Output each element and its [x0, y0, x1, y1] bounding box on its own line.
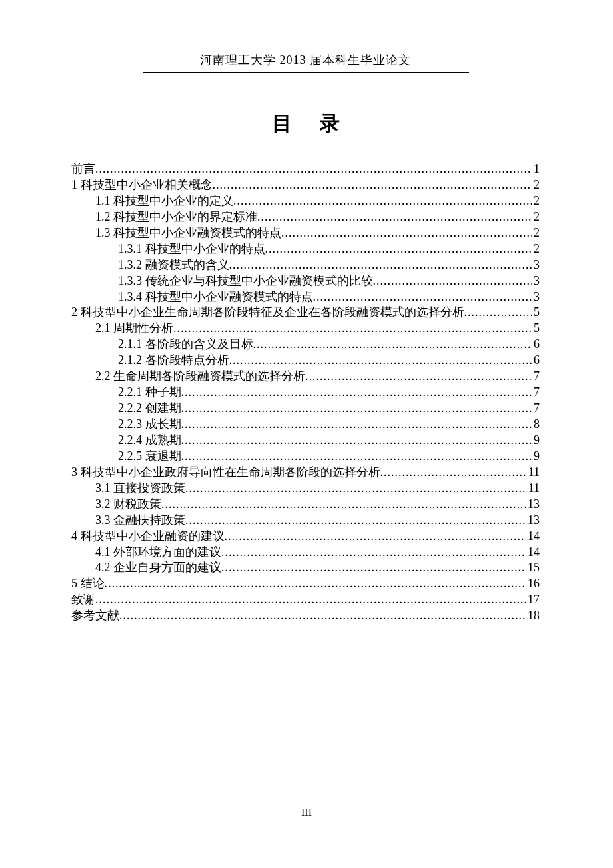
toc-entry-label: 1.3 科技型中小企业融资模式的特点: [95, 225, 281, 241]
toc-entry-leader: [464, 305, 533, 321]
toc-entry-leader: [95, 161, 532, 177]
toc-entry-leader: [173, 321, 532, 337]
toc-entry: 1.2 科技型中小企业的界定标准2: [71, 209, 540, 225]
toc-entry: 2 科技型中小企业生命周期各阶段特征及企业在各阶段融资模式的选择分析5: [71, 305, 540, 321]
toc-entry: 2.1.1 各阶段的含义及目标6: [71, 337, 540, 353]
toc-entry-leader: [213, 177, 533, 193]
toc-entry: 2.2.4 成熟期9: [71, 433, 540, 449]
toc-entry: 前言1: [71, 161, 540, 177]
toc-entry-label: 2.1.1 各阶段的含义及目标: [118, 337, 253, 353]
toc-entry-page: 5: [532, 321, 540, 337]
toc-entry-label: 2.2.1 种子期: [118, 385, 181, 401]
toc-entry-label: 1 科技型中小企业相关概念: [71, 177, 213, 193]
toc-entry: 4.2 企业自身方面的建议15: [71, 560, 540, 576]
header-underline: [143, 72, 469, 73]
toc-entry-leader: [181, 433, 533, 449]
toc-entry-leader: [257, 209, 532, 225]
toc-entry-page: 3: [532, 257, 540, 273]
toc-entry-label: 2.1 周期性分析: [95, 321, 173, 337]
toc-entry-page: 11: [527, 465, 540, 481]
toc-entry: 2.2 生命周期各阶段融资模式的选择分析7: [71, 369, 540, 385]
toc-entry-leader: [233, 193, 532, 209]
toc-entry-leader: [380, 465, 527, 481]
toc-entry-page: 2: [532, 225, 540, 241]
toc-entry-page: 3: [532, 273, 540, 289]
toc-entry-label: 2.2.3 成长期: [118, 417, 181, 433]
toc-entry-label: 4 科技型中小企业融资的建议: [71, 529, 225, 545]
toc-entry-page: 11: [527, 481, 540, 497]
toc-entry-leader: [221, 560, 526, 576]
toc-entry: 1 科技型中小企业相关概念2: [71, 177, 540, 193]
toc-entry-page: 7: [532, 369, 540, 385]
toc-entry-leader: [181, 385, 533, 401]
toc-entry-label: 3 科技型中小企业政府导向性在生命周期各阶段的选择分析: [71, 465, 380, 481]
toc-entry-leader: [229, 353, 533, 369]
toc-entry-label: 2.2 生命周期各阶段融资模式的选择分析: [95, 369, 305, 385]
toc-entry: 致谢17: [71, 592, 540, 608]
toc-entry-leader: [181, 401, 533, 417]
toc-entry-page: 9: [532, 433, 540, 449]
toc-entry: 2.2.1 种子期7: [71, 385, 540, 401]
header-text: 河南理工大学 2013 届本科生毕业论文: [197, 52, 414, 71]
toc-entry-label: 1.3.1 科技型中小企业的特点: [118, 241, 265, 257]
toc-entry-page: 2: [532, 193, 540, 209]
toc-entry-page: 9: [532, 449, 540, 465]
toc-entry-label: 2.1.2 各阶段特点分析: [118, 353, 229, 369]
toc-entry-label: 3.2 财税政策: [95, 497, 161, 513]
toc-entry: 2.1.2 各阶段特点分析6: [71, 353, 540, 369]
toc-entry: 1.3.3 传统企业与科技型中小企业融资模式的比较3: [71, 273, 540, 289]
toc-entry: 1.3.1 科技型中小企业的特点2: [71, 241, 540, 257]
toc-entry-leader: [221, 545, 526, 561]
toc-entry-label: 致谢: [71, 592, 95, 608]
toc-entry-page: 2: [532, 177, 540, 193]
toc-entry: 1.1 科技型中小企业的定义2: [71, 193, 540, 209]
toc-entry: 1.3.2 融资模式的含义3: [71, 257, 540, 273]
toc-entry-leader: [181, 417, 533, 433]
toc-entry-label: 2.2.4 成熟期: [118, 433, 181, 449]
toc-entry: 3.1 直接投资政策11: [71, 481, 540, 497]
toc-entry-page: 13: [526, 497, 540, 513]
toc-entry-leader: [313, 289, 533, 305]
toc-entry-label: 4.1 外部环境方面的建议: [95, 545, 221, 561]
toc-entry-page: 14: [526, 545, 540, 561]
toc-entry: 2.2.5 衰退期9: [71, 449, 540, 465]
toc-entry-leader: [105, 576, 527, 592]
toc-entry-label: 前言: [71, 161, 95, 177]
toc-entry-leader: [305, 369, 532, 385]
toc-entry-leader: [161, 497, 526, 513]
toc-entry-page: 6: [532, 353, 540, 369]
toc-entry-label: 3.3 金融扶持政策: [95, 513, 185, 529]
toc-entry-page: 3: [532, 289, 540, 305]
toc-entry-label: 2.2.5 衰退期: [118, 449, 181, 465]
toc-entry-page: 7: [532, 401, 540, 417]
page-header: 河南理工大学 2013 届本科生毕业论文: [71, 52, 540, 73]
toc-entry-label: 5 结论: [71, 576, 105, 592]
toc-entry-page: 5: [532, 305, 540, 321]
toc-entry-page: 14: [526, 529, 540, 545]
toc-entry-label: 3.1 直接投资政策: [95, 481, 185, 497]
toc-entry: 2.2.3 成长期8: [71, 417, 540, 433]
toc-entry-leader: [225, 529, 527, 545]
toc-entry-page: 2: [532, 209, 540, 225]
toc-entry-label: 1.3.2 融资模式的含义: [118, 257, 229, 273]
page-number: III: [0, 807, 613, 819]
toc-entry-leader: [281, 225, 532, 241]
toc-entry-page: 7: [532, 385, 540, 401]
toc-entry-label: 参考文献: [71, 608, 119, 624]
toc-entry: 参考文献18: [71, 608, 540, 624]
toc-entry-page: 15: [526, 560, 540, 576]
page-container: 河南理工大学 2013 届本科生毕业论文 目录 前言11 科技型中小企业相关概念…: [0, 0, 613, 868]
toc-entry-leader: [185, 513, 526, 529]
toc-entry-leader: [119, 608, 526, 624]
toc-title: 目录: [71, 110, 540, 137]
toc-entry-label: 4.2 企业自身方面的建议: [95, 560, 221, 576]
toc-entry-leader: [265, 241, 533, 257]
toc-entry-page: 18: [526, 608, 540, 624]
toc-entry-label: 1.3.4 科技型中小企业融资模式的特点: [118, 289, 313, 305]
toc-entry-leader: [181, 449, 533, 465]
toc-entry-leader: [185, 481, 527, 497]
toc-entry: 4.1 外部环境方面的建议14: [71, 545, 540, 561]
toc-entry: 1.3.4 科技型中小企业融资模式的特点3: [71, 289, 540, 305]
toc-entry-label: 1.3.3 传统企业与科技型中小企业融资模式的比较: [118, 273, 373, 289]
toc-entry-label: 2.2.2 创建期: [118, 401, 181, 417]
